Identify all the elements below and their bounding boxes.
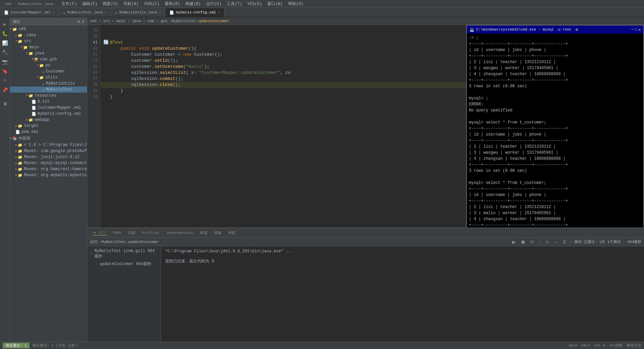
tab-label: MyBatisTest.java [67,10,103,14]
tree-mybatis-config-xml[interactable]: 📄mybatis-config.xml [10,111,87,117]
tree-mybatistest-class[interactable]: ☕MyBatisTest [10,87,87,93]
tree-utils[interactable]: ▼📁utils [10,74,87,81]
tree-main[interactable]: ▼📁main [10,44,87,50]
tab-mybatis-config[interactable]: 📄 mybatis-config.xml ✕ [165,8,224,17]
tree-target[interactable]: ▶📁target [10,123,87,129]
tree-comgzh[interactable]: ▼📦com.gzh [10,56,87,62]
tab-label: MyBatisUtils.java [119,10,157,14]
menu-window[interactable]: 窗口(W) [265,1,285,7]
menu-edit[interactable]: 编辑(E) [80,1,100,7]
tab-icon: ☕ [63,10,65,15]
status-bar: 测试通过: 1 测试通过: 1 (片刻 之前) 48:6 CRLF UTF-8 … [0,342,644,349]
run-status-check: ✓ [570,240,572,244]
tree-idea[interactable]: ▶📁.idea [10,32,87,38]
tab-todo[interactable]: TODO [111,231,122,235]
menu-run[interactable]: 运行(U) [204,1,224,7]
line-numbers: 39 40 41 42 43 44 45 46 47 48 49 50 [87,25,101,228]
toolbar-structure-btn[interactable]: ≡ [1,77,9,85]
bottom-panel-content: ✓ MyBatisTest (com.gzl) 984毫秒 ✓ updateCu… [87,246,644,342]
toolbar-build-btn[interactable]: 🔨 [1,48,9,56]
tree-protobuf[interactable]: ▶📁Maven: com.google.protobuf:proto... [10,148,87,154]
project-tree: ▼📁c09 ▶📁.idea ▼📁src ▼📁main ▼📁java ▼📦com.… [10,26,87,342]
bottom-panel-header: ▶ 运行 TODO 问题 Profiler Dependencies 终端 镜像… [87,228,644,238]
cmd-close-btn[interactable]: ✕ [638,28,641,32]
run-stop-btn[interactable]: ⏹ [519,239,527,245]
menu-build[interactable]: 构建(B) [183,1,203,7]
run-item-mybatistest[interactable]: ✓ MyBatisTest (com.gzl) 984毫秒 [87,248,161,260]
sidebar-tools: ⚙ ≡ [77,19,84,24]
cmd-prompt1: mysql> ; [469,95,641,101]
toolbar-ant-btn[interactable]: 运行 [1,95,9,103]
tree-customermapper-xml[interactable]: 📄CustomerMapper.xml [10,105,87,111]
tree-mybatis[interactable]: ▶📁Maven: org.mybatis:mybatis:3.4.2 [10,172,87,178]
toolbar-coverage-btn[interactable]: 📊 [1,39,9,47]
run-split-btn[interactable]: ↔ [552,239,559,245]
tab-mybatisutils[interactable]: ☕ MyBatisUtils.java ✕ [111,8,165,17]
tree-jdk18[interactable]: ▶📁< 1.8 > C:\Program Files\Java\jdk1.8..… [10,142,87,148]
tree-java[interactable]: ▼📁java [10,50,87,56]
breadcrumb-method[interactable]: updateCustomer [198,19,229,23]
tree-mybatisutils-class[interactable]: ☕MyBatisUtils [10,81,87,87]
tree-resources[interactable]: ▼📁resources [10,93,87,99]
toolbar-camera-btn[interactable]: 📷 [1,58,9,66]
tree-external-libs[interactable]: ▼📚外部库 [10,135,87,142]
tab-buildtab[interactable]: 构建 [227,230,237,235]
cmd-content[interactable]: -> ; +----+----------+---------+--------… [467,34,643,228]
tab-close[interactable]: ✕ [53,10,55,14]
run-item-updatecustomer[interactable]: ✓ updateCustomer 984毫秒 [87,260,161,268]
cmd-error-label: ERROR: [469,101,641,107]
cmd-maximize-btn[interactable]: □ [635,28,637,32]
run-filter-btn[interactable]: ≡ [544,239,550,245]
toolbar-debug-btn[interactable]: 🐛 [1,30,9,38]
tree-customer-class[interactable]: ☕Customer [10,68,87,74]
tab-close[interactable]: ✕ [159,10,161,14]
cmd-minimize-btn[interactable]: ─ [631,28,634,32]
tab-icon: 📄 [169,10,174,15]
menu-help[interactable]: 帮助(H) [286,1,306,7]
run-status-text: 测试 已通过: 1共 1个测试 - 984毫秒 [574,239,641,244]
menu-tools[interactable]: 工具(T) [225,1,244,7]
menu-vcs[interactable]: VCS(S) [246,2,264,6]
toolbar-pin-btn[interactable]: 📌 [1,86,9,94]
menu-file[interactable]: 文件(F) [59,1,79,7]
tree-9txt[interactable]: 📄9.txt [10,99,87,105]
tab-run[interactable]: ▶ 运行 [93,230,107,236]
sidebar: 项目 ⚙ ≡ ▼📁c09 ▶📁.idea ▼📁src ▼📁main ▼📁java… [10,17,87,342]
tree-hamcrest[interactable]: ▶📁Maven: org.hamcrest:hamcrest-core:1 [10,166,87,172]
tab-mirror[interactable]: 镜像 [213,230,223,235]
menu-navigate[interactable]: 导航(N) [121,1,141,7]
tab-mybatistest[interactable]: ☕ MyBatisTest.java ✕ [59,8,111,17]
tree-junit[interactable]: ▶📁Maven: junit:junit:4.12 [10,154,87,160]
run-sort-btn[interactable]: ↕ [537,239,542,245]
tab-dependencies[interactable]: Dependencies [165,231,194,235]
run-expand-btn[interactable]: ⇅ [561,239,568,245]
sidebar-header: 项目 ⚙ ≡ [10,17,87,26]
cmd-table3-row2: | 3 | maliu | worker | 15179405961 | [469,210,641,216]
toolbar-run-btn[interactable]: ▶ [1,20,9,28]
tree-pomxml[interactable]: 📄pom.xml [10,129,87,135]
menu-code[interactable]: 代码(C) [142,1,162,7]
run-subcheck-icon: ✓ [95,261,98,266]
tree-mysql-connector[interactable]: ▶📁Maven: mysql:mysql-connector-java:8... [10,160,87,166]
breadcrumb-class[interactable]: MyBatisTest [172,19,196,23]
tab-customermapper[interactable]: 📄 CustomerMapper.xml ✕ [0,8,59,17]
cmd-table2-header: | id | username | jobs | phone | [469,132,641,138]
run-sidebar: ✓ MyBatisTest (com.gzl) 984毫秒 ✓ updateCu… [87,246,161,342]
tree-src[interactable]: ▼📁src [10,38,87,44]
tab-close[interactable]: ✕ [218,10,220,14]
tree-po[interactable]: ▼📁po [10,62,87,68]
tree-c09[interactable]: ▼📁c09 [10,26,87,32]
cmd-divider5: +----+----------+---------+-------------… [469,138,641,144]
menu-view[interactable]: 视图(V) [101,1,120,7]
menu-refactor[interactable]: 重构(R) [163,1,182,7]
toolbar-bookmark-btn[interactable]: 🔖 [1,67,9,75]
run-rerun-btn[interactable]: ▶ [511,239,517,245]
status-event-log[interactable]: 事件日志 [627,343,641,348]
run-restart-btn[interactable]: ⟳ [529,239,535,245]
tree-webapp[interactable]: ▶📁webapp [10,117,87,123]
tab-terminal[interactable]: 终端 [199,230,209,235]
cmd-query3: mysql> select * from t_customer; [469,180,641,186]
tab-profiler[interactable]: Profiler [141,231,161,235]
tab-close[interactable]: ✕ [105,10,107,14]
tab-problems[interactable]: 问题 [127,230,137,235]
